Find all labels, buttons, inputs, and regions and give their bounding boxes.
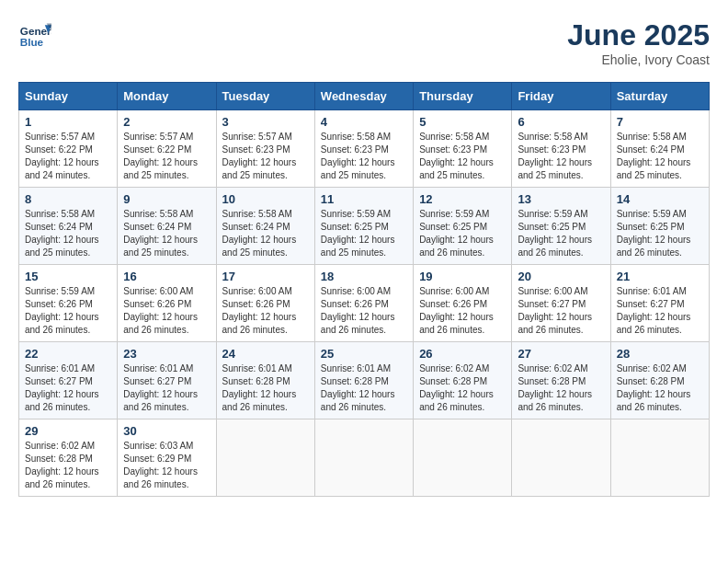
day-number: 16	[123, 270, 210, 283]
day-info: Sunrise: 6:02 AM Sunset: 6:28 PM Dayligh…	[25, 440, 111, 491]
weekday-monday: Monday	[118, 83, 216, 110]
weekday-saturday: Saturday	[610, 83, 709, 110]
day-info: Sunrise: 5:59 AM Sunset: 6:25 PM Dayligh…	[617, 208, 703, 259]
weekday-sunday: Sunday	[19, 83, 118, 110]
day-number: 30	[123, 424, 210, 438]
logo-icon: General Blue	[18, 18, 51, 52]
day-number: 9	[123, 192, 210, 206]
weekday-thursday: Thursday	[414, 83, 512, 110]
day-number: 2	[123, 115, 210, 129]
title-block: June 2025 Eholie, Ivory Coast	[567, 18, 710, 67]
page-header: General Blue June 2025 Eholie, Ivory Coa…	[18, 18, 710, 67]
calendar-cell: 4Sunrise: 5:58 AM Sunset: 6:23 PM Daylig…	[314, 110, 413, 188]
calendar-body: 1Sunrise: 5:57 AM Sunset: 6:22 PM Daylig…	[19, 110, 710, 497]
calendar-cell: 18Sunrise: 6:00 AM Sunset: 6:26 PM Dayli…	[314, 265, 413, 342]
day-number: 3	[222, 115, 309, 129]
day-info: Sunrise: 6:02 AM Sunset: 6:28 PM Dayligh…	[617, 362, 703, 414]
calendar-week-4: 22Sunrise: 6:01 AM Sunset: 6:27 PM Dayli…	[19, 342, 710, 419]
day-number: 10	[222, 192, 309, 206]
day-info: Sunrise: 5:59 AM Sunset: 6:25 PM Dayligh…	[518, 208, 604, 259]
day-info: Sunrise: 6:01 AM Sunset: 6:27 PM Dayligh…	[123, 362, 210, 414]
calendar-table: SundayMondayTuesdayWednesdayThursdayFrid…	[18, 82, 710, 497]
day-number: 17	[222, 270, 309, 283]
day-info: Sunrise: 6:02 AM Sunset: 6:28 PM Dayligh…	[419, 362, 506, 414]
calendar-cell: 10Sunrise: 5:58 AM Sunset: 6:24 PM Dayli…	[216, 188, 314, 265]
day-info: Sunrise: 6:02 AM Sunset: 6:28 PM Dayligh…	[518, 362, 604, 414]
day-info: Sunrise: 6:03 AM Sunset: 6:29 PM Dayligh…	[123, 440, 210, 491]
calendar-cell: 12Sunrise: 5:59 AM Sunset: 6:25 PM Dayli…	[414, 188, 512, 265]
calendar-cell	[610, 419, 709, 497]
calendar-cell: 1Sunrise: 5:57 AM Sunset: 6:22 PM Daylig…	[19, 110, 118, 188]
day-number: 14	[617, 192, 703, 206]
calendar-cell: 8Sunrise: 5:58 AM Sunset: 6:24 PM Daylig…	[19, 188, 118, 265]
calendar-cell: 14Sunrise: 5:59 AM Sunset: 6:25 PM Dayli…	[610, 188, 709, 265]
day-info: Sunrise: 6:01 AM Sunset: 6:28 PM Dayligh…	[321, 362, 407, 414]
calendar-cell: 28Sunrise: 6:02 AM Sunset: 6:28 PM Dayli…	[610, 342, 709, 419]
calendar-cell: 19Sunrise: 6:00 AM Sunset: 6:26 PM Dayli…	[414, 265, 512, 342]
day-number: 15	[25, 270, 111, 283]
logo: General Blue	[18, 18, 51, 52]
day-number: 18	[321, 270, 407, 283]
weekday-friday: Friday	[512, 83, 610, 110]
day-number: 13	[518, 192, 604, 206]
calendar-week-1: 1Sunrise: 5:57 AM Sunset: 6:22 PM Daylig…	[19, 110, 710, 188]
calendar-cell: 6Sunrise: 5:58 AM Sunset: 6:23 PM Daylig…	[512, 110, 610, 188]
day-number: 26	[419, 347, 506, 361]
calendar-cell: 5Sunrise: 5:58 AM Sunset: 6:23 PM Daylig…	[414, 110, 512, 188]
day-number: 25	[321, 347, 407, 361]
day-info: Sunrise: 5:58 AM Sunset: 6:24 PM Dayligh…	[25, 208, 111, 259]
day-number: 8	[25, 192, 111, 206]
calendar-cell	[216, 419, 314, 497]
day-info: Sunrise: 6:00 AM Sunset: 6:26 PM Dayligh…	[321, 285, 407, 337]
day-info: Sunrise: 5:58 AM Sunset: 6:23 PM Dayligh…	[321, 131, 407, 182]
day-info: Sunrise: 5:58 AM Sunset: 6:23 PM Dayligh…	[419, 131, 506, 182]
day-info: Sunrise: 5:59 AM Sunset: 6:25 PM Dayligh…	[321, 208, 407, 259]
day-info: Sunrise: 6:00 AM Sunset: 6:27 PM Dayligh…	[518, 285, 604, 337]
day-number: 4	[321, 115, 407, 129]
day-number: 6	[518, 115, 604, 129]
calendar-cell: 29Sunrise: 6:02 AM Sunset: 6:28 PM Dayli…	[19, 419, 118, 497]
day-info: Sunrise: 5:58 AM Sunset: 6:24 PM Dayligh…	[222, 208, 309, 259]
calendar-week-3: 15Sunrise: 5:59 AM Sunset: 6:26 PM Dayli…	[19, 265, 710, 342]
calendar-cell: 24Sunrise: 6:01 AM Sunset: 6:28 PM Dayli…	[216, 342, 314, 419]
day-info: Sunrise: 6:01 AM Sunset: 6:27 PM Dayligh…	[617, 285, 703, 337]
calendar-cell: 30Sunrise: 6:03 AM Sunset: 6:29 PM Dayli…	[118, 419, 216, 497]
day-info: Sunrise: 6:00 AM Sunset: 6:26 PM Dayligh…	[222, 285, 309, 337]
day-info: Sunrise: 6:01 AM Sunset: 6:28 PM Dayligh…	[222, 362, 309, 414]
calendar-cell: 25Sunrise: 6:01 AM Sunset: 6:28 PM Dayli…	[314, 342, 413, 419]
day-info: Sunrise: 5:57 AM Sunset: 6:23 PM Dayligh…	[222, 131, 309, 182]
calendar-cell: 13Sunrise: 5:59 AM Sunset: 6:25 PM Dayli…	[512, 188, 610, 265]
calendar-cell: 23Sunrise: 6:01 AM Sunset: 6:27 PM Dayli…	[118, 342, 216, 419]
weekday-wednesday: Wednesday	[314, 83, 413, 110]
calendar-cell: 2Sunrise: 5:57 AM Sunset: 6:22 PM Daylig…	[118, 110, 216, 188]
calendar-cell: 21Sunrise: 6:01 AM Sunset: 6:27 PM Dayli…	[610, 265, 709, 342]
weekday-tuesday: Tuesday	[216, 83, 314, 110]
day-number: 29	[25, 424, 111, 438]
day-number: 23	[123, 347, 210, 361]
day-number: 20	[518, 270, 604, 283]
calendar-cell: 7Sunrise: 5:58 AM Sunset: 6:24 PM Daylig…	[610, 110, 709, 188]
day-number: 22	[25, 347, 111, 361]
day-info: Sunrise: 6:01 AM Sunset: 6:27 PM Dayligh…	[25, 362, 111, 414]
day-info: Sunrise: 5:57 AM Sunset: 6:22 PM Dayligh…	[123, 131, 210, 182]
day-info: Sunrise: 6:00 AM Sunset: 6:26 PM Dayligh…	[419, 285, 506, 337]
day-info: Sunrise: 5:58 AM Sunset: 6:24 PM Dayligh…	[123, 208, 210, 259]
calendar-cell: 26Sunrise: 6:02 AM Sunset: 6:28 PM Dayli…	[414, 342, 512, 419]
calendar-cell: 16Sunrise: 6:00 AM Sunset: 6:26 PM Dayli…	[118, 265, 216, 342]
calendar-cell: 3Sunrise: 5:57 AM Sunset: 6:23 PM Daylig…	[216, 110, 314, 188]
day-number: 11	[321, 192, 407, 206]
calendar-cell: 20Sunrise: 6:00 AM Sunset: 6:27 PM Dayli…	[512, 265, 610, 342]
calendar-cell	[314, 419, 413, 497]
day-info: Sunrise: 5:58 AM Sunset: 6:23 PM Dayligh…	[518, 131, 604, 182]
month-title: June 2025	[567, 18, 710, 52]
day-number: 27	[518, 347, 604, 361]
day-info: Sunrise: 6:00 AM Sunset: 6:26 PM Dayligh…	[123, 285, 210, 337]
day-info: Sunrise: 5:59 AM Sunset: 6:26 PM Dayligh…	[25, 285, 111, 337]
day-number: 5	[419, 115, 506, 129]
day-info: Sunrise: 5:57 AM Sunset: 6:22 PM Dayligh…	[25, 131, 111, 182]
calendar-week-5: 29Sunrise: 6:02 AM Sunset: 6:28 PM Dayli…	[19, 419, 710, 497]
calendar-cell: 17Sunrise: 6:00 AM Sunset: 6:26 PM Dayli…	[216, 265, 314, 342]
calendar-cell: 22Sunrise: 6:01 AM Sunset: 6:27 PM Dayli…	[19, 342, 118, 419]
calendar-cell	[414, 419, 512, 497]
day-info: Sunrise: 5:59 AM Sunset: 6:25 PM Dayligh…	[419, 208, 506, 259]
